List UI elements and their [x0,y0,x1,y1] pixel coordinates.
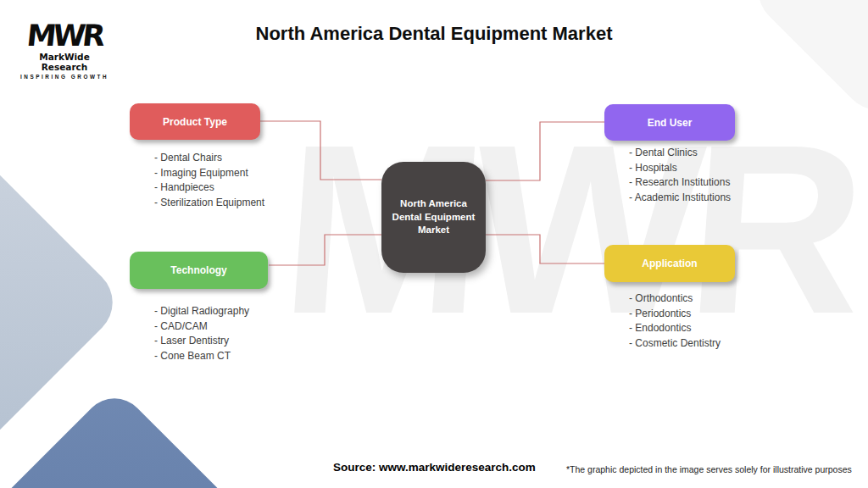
central-node-market: North America Dental Equipment Market [381,162,486,273]
category-box-technology: Technology [130,252,268,289]
list-item: - Periodontics [629,307,721,322]
source-text: Source: www.markwideresearch.com [333,461,536,474]
list-item: - CAD/CAM [154,319,249,335]
background-watermark-text: MWR [275,108,860,350]
list-item: - Cone Beam CT [154,349,249,364]
category-list-end-user: - Dental Clinics - Hospitals - Research … [629,146,731,205]
list-item: - Endodontics [629,321,721,336]
list-item: - Handpieces [154,180,264,196]
category-list-application: - Orthodontics - Periodontics - Endodont… [629,291,721,351]
list-item: - Digital Radiography [154,304,249,319]
list-item: - Hospitals [629,161,731,176]
category-list-product-type: - Dental Chairs - Imaging Equipment - Ha… [154,151,264,210]
list-item: - Academic Institutions [629,191,731,206]
infographic-canvas: MWR MWR MarkWide Research INSPIRING GROW… [0,0,868,488]
page-title: North America Dental Equipment Market [0,23,868,45]
category-box-product-type: Product Type [130,103,260,140]
disclaimer-text: *The graphic depicted in the image serve… [566,464,852,474]
category-list-technology: - Digital Radiography - CAD/CAM - Laser … [154,304,249,363]
logo-tagline: INSPIRING GROWTH [17,74,112,80]
list-item: - Laser Dentistry [154,334,249,349]
list-item: - Sterilization Equipment [154,196,264,211]
list-item: - Imaging Equipment [154,166,264,181]
list-item: - Orthodontics [629,291,721,307]
list-item: - Cosmetic Dentistry [629,336,721,352]
logo-company-name: MarkWide Research [17,52,112,72]
corner-shape-dark-blue [0,385,318,488]
category-box-application: Application [604,245,735,282]
list-item: - Research Institutions [629,175,731,191]
category-box-end-user: End User [604,104,735,141]
list-item: - Dental Clinics [629,146,731,161]
list-item: - Dental Chairs [154,151,264,166]
